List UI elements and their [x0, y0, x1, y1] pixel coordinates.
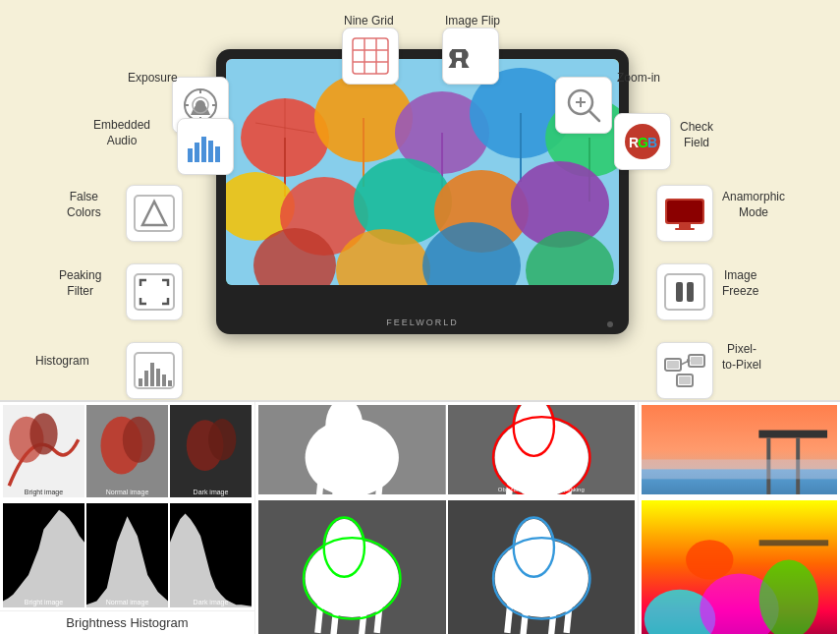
hist-dark-photo: Dark image	[170, 405, 252, 497]
svg-point-107	[325, 519, 363, 575]
svg-point-133	[686, 540, 733, 579]
svg-rect-39	[144, 371, 148, 386]
svg-line-92	[317, 481, 320, 494]
svg-rect-40	[150, 363, 154, 386]
histogram-label: Histogram	[35, 354, 89, 370]
hist-photos-row: Bright image Normal image Dark image	[0, 402, 254, 500]
svg-rect-60	[667, 201, 702, 222]
zoom-icon	[564, 86, 603, 125]
fc-bottom-img	[642, 500, 837, 634]
hist-normal-photo: Normal image	[86, 405, 168, 497]
svg-rect-73	[679, 376, 691, 384]
peaking-red-img: Objects in focus with red peaking	[448, 405, 636, 494]
svg-line-119	[550, 606, 553, 634]
svg-line-52	[589, 111, 599, 121]
hist-bright-graph: Bright image	[3, 503, 84, 607]
svg-rect-32	[208, 141, 213, 162]
hist-normal-graph-label: Normal image	[106, 599, 149, 605]
peaking-panel: Normal image Objects in focus with red p…	[255, 402, 639, 634]
svg-marker-35	[142, 202, 166, 225]
peaking-green-img: Objects in focus with green peaking	[258, 500, 446, 634]
svg-point-82	[208, 419, 236, 460]
image-freeze-label: ImageFreeze	[722, 268, 758, 299]
svg-rect-134	[759, 540, 829, 546]
exposure-label: Exposure	[128, 71, 178, 86]
svg-line-120	[566, 602, 569, 633]
peaking-bottom-row: Objects in focus with green peaking Obje…	[255, 497, 638, 634]
pixel-to-pixel-icon	[663, 351, 706, 390]
false-color-panel: False Color	[639, 402, 840, 634]
false-colors-label: FalseColors	[67, 190, 101, 220]
peak-red-label: Objects in focus with red peaking	[498, 487, 585, 492]
monitor-power-dot	[607, 321, 613, 327]
svg-rect-125	[758, 431, 827, 438]
histogram-caption: Brightness Histogram	[0, 610, 254, 634]
svg-rect-63	[665, 274, 704, 310]
hist-normal-label: Normal image	[106, 489, 149, 495]
svg-rect-43	[168, 380, 172, 386]
pixel-to-pixel-label: Pixel-to-Pixel	[722, 342, 761, 373]
peak-normal-label: Normal image	[330, 486, 373, 492]
nine-grid-icon-box[interactable]	[342, 28, 399, 85]
image-freeze-icon-box[interactable]	[656, 263, 713, 320]
svg-rect-31	[201, 137, 206, 162]
anamorphic-icon	[663, 194, 706, 233]
hist-bright-label: Bright image	[25, 489, 63, 495]
nine-grid-icon	[351, 36, 390, 76]
hist-bright-graph-label: Bright image	[25, 599, 63, 605]
histogram-icon	[133, 351, 176, 390]
svg-line-118	[523, 606, 526, 634]
peaking-normal-img: Normal image	[258, 405, 446, 494]
peaking-top-row: Normal image Objects in focus with red p…	[255, 402, 638, 497]
check-field-label: CheckField	[680, 120, 713, 150]
hist-bright-photo: Bright image	[3, 405, 84, 497]
zoom-label: Zoom-in	[617, 71, 660, 86]
hist-dark-graph: Dark image	[170, 503, 252, 607]
pixel-to-pixel-icon-box[interactable]	[656, 342, 713, 399]
svg-rect-33	[215, 146, 220, 162]
nine-grid-label: Nine Grid	[344, 14, 394, 29]
svg-point-79	[123, 417, 155, 463]
svg-point-28	[196, 100, 205, 110]
svg-rect-128	[642, 459, 837, 479]
svg-rect-30	[195, 143, 199, 162]
false-colors-icon-box[interactable]	[126, 185, 183, 242]
check-field-icon-box[interactable]: R G B	[614, 113, 671, 170]
image-flip-icon-box[interactable]: R R	[442, 28, 499, 85]
anamorphic-label: AnamorphicMode	[722, 190, 785, 220]
audio-label: EmbeddedAudio	[93, 118, 150, 148]
false-colors-icon	[133, 194, 176, 233]
audio-icon	[186, 129, 225, 164]
zoom-icon-box[interactable]	[555, 77, 612, 134]
svg-rect-65	[687, 282, 694, 302]
fc-top-row	[639, 402, 840, 497]
peaking-label: PeakingFilter	[59, 268, 101, 299]
svg-text:B: B	[647, 135, 657, 150]
hist-dark-label: Dark image	[194, 489, 229, 495]
check-field-icon: R G B	[621, 122, 664, 161]
hist-normal-graph: Normal image	[86, 503, 168, 607]
svg-point-116	[515, 519, 552, 575]
hist-dark-graph-label: Dark image	[194, 599, 229, 605]
histogram-panel: Bright image Normal image Dark image	[0, 402, 255, 634]
svg-line-95	[377, 481, 380, 494]
fc-bottom-row	[639, 497, 840, 634]
brand-label: FEELWORLD	[386, 317, 458, 327]
svg-rect-38	[139, 378, 142, 386]
svg-rect-29	[188, 148, 193, 162]
svg-point-76	[29, 413, 57, 454]
image-freeze-icon	[663, 272, 706, 312]
audio-icon-box[interactable]	[177, 118, 234, 175]
peaking-blue-img: Objects in focus with blue peaking	[448, 500, 636, 634]
svg-rect-69	[691, 357, 702, 365]
peaking-icon-box[interactable]	[126, 263, 183, 320]
svg-rect-62	[675, 228, 695, 230]
svg-rect-67	[667, 361, 679, 369]
histogram-icon-box[interactable]	[126, 342, 183, 399]
svg-line-109	[333, 606, 336, 634]
svg-rect-42	[162, 375, 166, 386]
anamorphic-icon-box[interactable]	[656, 185, 713, 242]
svg-rect-61	[679, 224, 691, 228]
svg-line-111	[377, 602, 380, 633]
svg-line-110	[362, 606, 364, 634]
